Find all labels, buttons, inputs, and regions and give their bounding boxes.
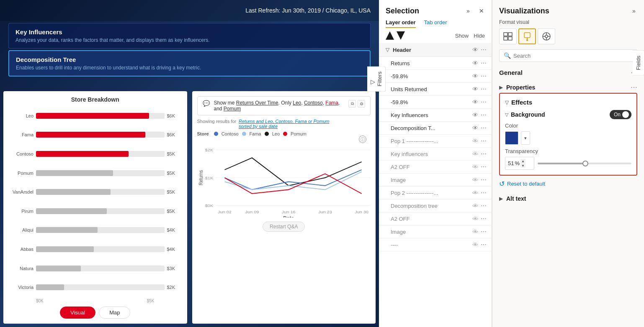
move-up-arrow[interactable] <box>386 31 394 40</box>
show-btn[interactable]: Show <box>455 33 469 39</box>
key-influencers-card[interactable]: Key Influencers Analyzes your data, rank… <box>8 23 371 49</box>
show-hide-btns: Show Hide <box>455 33 485 39</box>
list-item[interactable]: Image 👁 ⋯ <box>379 225 492 238</box>
eye-hidden-icon[interactable]: 👁 <box>472 202 478 209</box>
transparency-spinner[interactable]: ▲ ▼ <box>520 159 526 168</box>
spin-up-btn[interactable]: ▲ <box>520 159 526 163</box>
bar-value: $6K <box>167 113 182 118</box>
dots-icon[interactable]: ⋯ <box>481 86 487 92</box>
qa-settings-icon[interactable]: ⚙ <box>358 100 365 107</box>
viz-search-box[interactable]: 🔍 <box>499 49 637 62</box>
eye-hidden-icon[interactable]: 👁 <box>472 164 478 170</box>
background-toggle[interactable]: On <box>610 110 631 119</box>
eye-icon[interactable]: 👁 <box>472 86 478 92</box>
eye-hidden-icon[interactable]: 👁 <box>472 241 478 248</box>
properties-header[interactable]: ▶ Properties ⋯ <box>499 83 637 91</box>
dots-icon[interactable]: ⋯ <box>481 60 487 66</box>
general-section-header[interactable]: General ⋯ <box>499 69 637 77</box>
move-down-arrow[interactable] <box>397 31 405 40</box>
svg-text:Returns: Returns <box>198 170 204 185</box>
list-item[interactable]: -59.8% 👁 ⋯ <box>379 96 492 109</box>
alt-text-header[interactable]: ▶ Alt text <box>499 195 637 202</box>
list-item[interactable]: -59.8% 👁 ⋯ <box>379 70 492 83</box>
item-returns: Returns <box>391 60 472 66</box>
dots-icon[interactable]: ⋯ <box>481 202 487 209</box>
dots-icon[interactable]: ⋯ <box>481 138 487 144</box>
color-swatch[interactable] <box>505 131 518 145</box>
list-item[interactable]: Key influencers 👁 ⋯ <box>379 148 492 161</box>
dots-icon[interactable]: ⋯ <box>481 73 487 79</box>
item-decomp-tree: Decomposition tree <box>391 203 472 209</box>
eye-icon[interactable]: 👁 <box>472 125 478 131</box>
selection-expand-btn[interactable]: » <box>463 6 473 16</box>
viz-expand-btn[interactable]: » <box>629 6 639 16</box>
group-eye-icon[interactable]: 👁 <box>472 46 478 53</box>
grid-icon-btn[interactable] <box>499 28 517 44</box>
list-item[interactable]: Decomposition tree 👁 ⋯ <box>379 199 492 212</box>
dots-icon[interactable]: ⋯ <box>481 228 487 235</box>
transparency-slider[interactable] <box>538 163 631 164</box>
bar-row: Aliqui $4K <box>8 225 182 235</box>
dots-icon[interactable]: ⋯ <box>481 215 487 222</box>
list-item[interactable]: Decomposition T... 👁 ⋯ <box>379 122 492 135</box>
eye-hidden-icon[interactable]: 👁 <box>472 176 478 183</box>
dots-icon[interactable]: ⋯ <box>481 112 487 118</box>
spin-down-btn[interactable]: ▼ <box>520 164 526 168</box>
layer-order-tab[interactable]: Layer order <box>386 19 416 28</box>
list-item[interactable]: A2 OFF 👁 ⋯ <box>379 161 492 174</box>
list-item[interactable]: Image 👁 ⋯ <box>379 174 492 186</box>
selection-group-header[interactable]: ▽ Header 👁 ⋯ <box>379 43 492 57</box>
dots-icon[interactable]: ⋯ <box>481 151 487 157</box>
dots-icon[interactable]: ⋯ <box>481 176 487 183</box>
tab-order-tab[interactable]: Tab order <box>424 19 447 28</box>
search-input[interactable] <box>513 53 633 59</box>
group-dots-icon[interactable]: ⋯ <box>481 46 487 53</box>
dots-icon[interactable]: ⋯ <box>481 125 487 131</box>
list-item[interactable]: A2 OFF 👁 ⋯ <box>379 212 492 225</box>
qa-input-box[interactable]: 💬 Show me Returns Over Time. Only Leo, C… <box>197 96 371 115</box>
qa-copy-icon[interactable]: ⧉ <box>348 100 356 107</box>
restart-qa-button[interactable]: Restart Q&A <box>263 222 305 232</box>
decomposition-tree-card[interactable]: Decomposition Tree Enables users to dril… <box>8 50 371 77</box>
transparency-input-box[interactable]: 51 % ▲ ▼ <box>505 157 534 170</box>
item-icons: 👁 ⋯ <box>472 189 487 196</box>
list-item[interactable]: Pop 1 ---------------... 👁 ⋯ <box>379 135 492 148</box>
list-item[interactable]: Key Influencers 👁 ⋯ <box>379 109 492 122</box>
svg-marker-19 <box>526 40 528 41</box>
color-dropdown-btn[interactable]: ▾ <box>521 131 530 145</box>
selection-close-btn[interactable]: ✕ <box>477 6 487 16</box>
map-tab[interactable]: Map <box>99 307 130 319</box>
properties-dots[interactable]: ⋯ <box>631 83 637 91</box>
group-icons: 👁 ⋯ <box>472 46 487 53</box>
visual-tab[interactable]: Visual <box>60 307 95 319</box>
eye-hidden-icon[interactable]: 👁 <box>472 215 478 222</box>
reset-default-btn[interactable]: ↺ Reset to default <box>492 176 644 192</box>
list-item[interactable]: Returns 👁 ⋯ <box>379 57 492 70</box>
item-a2off1: A2 OFF <box>391 164 472 170</box>
eye-icon[interactable]: 👁 <box>472 99 478 105</box>
dots-icon[interactable]: ⋯ <box>481 241 487 248</box>
svg-rect-16 <box>508 37 512 40</box>
filters-tab[interactable]: ◁ Filters <box>367 66 386 92</box>
dots-icon[interactable]: ⋯ <box>481 164 487 170</box>
eye-hidden-icon[interactable]: 👁 <box>472 189 478 196</box>
eye-icon[interactable]: 👁 <box>472 60 478 66</box>
dots-icon[interactable]: ⋯ <box>481 189 487 196</box>
legend-pomum: Pomum <box>291 131 307 136</box>
eye-icon[interactable]: 👁 <box>472 112 478 118</box>
eye-hidden-icon[interactable]: 👁 <box>472 228 478 235</box>
fields-tab[interactable]: Fields <box>633 50 644 76</box>
bar-row: Leo $6K <box>8 111 182 120</box>
paint-icon-btn[interactable] <box>518 28 536 44</box>
eye-icon[interactable]: 👁 <box>472 73 478 79</box>
list-item[interactable]: ---- 👁 ⋯ <box>379 238 492 251</box>
hide-btn[interactable]: Hide <box>474 33 485 39</box>
eye-hidden-icon[interactable]: 👁 <box>472 138 478 144</box>
analytics-icon-btn[interactable] <box>538 28 555 44</box>
list-item[interactable]: Units Returned 👁 ⋯ <box>379 83 492 96</box>
eye-hidden-icon[interactable]: 👁 <box>472 151 478 157</box>
dots-icon[interactable]: ⋯ <box>481 99 487 105</box>
item-pct1: -59.8% <box>391 73 472 79</box>
effects-section-header[interactable]: ▽ Effects <box>505 99 631 106</box>
list-item[interactable]: Pop 2 ---------------... 👁 ⋯ <box>379 186 492 199</box>
